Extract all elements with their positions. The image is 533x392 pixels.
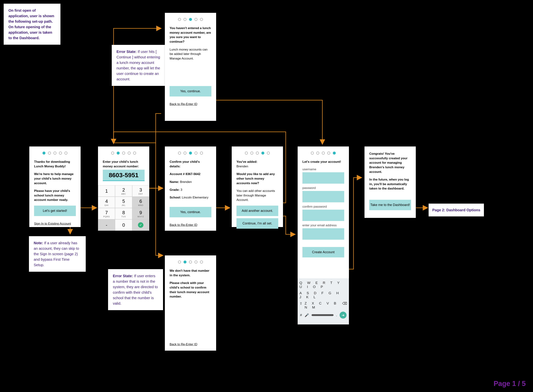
no-number-p1: You haven't entered a lunch money accoun…: [170, 26, 211, 44]
annotation-page2: Page 2: Dashboard Options: [429, 204, 484, 216]
no-number-p2: Lunch money accounts can be added later …: [170, 47, 211, 61]
key-0[interactable]: 0: [115, 219, 132, 231]
dot-3: [322, 152, 325, 154]
account-number-input[interactable]: 8603-5951: [103, 170, 145, 181]
progress-dots: [236, 152, 278, 154]
progress-dots: [103, 152, 145, 154]
dot-5: [200, 261, 203, 263]
key-2[interactable]: 2ABC: [115, 185, 132, 197]
check-icon: ✓: [138, 222, 143, 228]
dot-5: [267, 152, 270, 154]
kb-row-1[interactable]: Q W E R T Y U I O P: [299, 281, 347, 289]
key-6[interactable]: 6MNO: [132, 197, 149, 208]
progress-dots: [170, 261, 211, 263]
numeric-keypad[interactable]: 1 2ABC 3DEF 4GHI 5JKL 6MNO 7PQRS 8TUV 9W…: [98, 185, 149, 231]
period-key[interactable]: .: [336, 313, 337, 317]
create-title: Let's create your account!: [302, 160, 344, 164]
annotation-intro-text: On first open of application, user is sh…: [9, 8, 54, 40]
dot-4: [195, 261, 197, 263]
confirm-password-field[interactable]: [302, 210, 344, 221]
dot-5: [333, 152, 336, 154]
dot-3: [189, 261, 192, 263]
kb-row-4[interactable]: # 🎤 . ➜: [299, 312, 347, 319]
page-number: Page 1 / 5: [494, 380, 526, 387]
password-field[interactable]: [302, 191, 344, 202]
key-8[interactable]: 8TUV: [115, 208, 132, 219]
take-to-dashboard-button[interactable]: Take me to the Dashboard!: [369, 200, 411, 210]
no-number-back-link[interactable]: Back to Re-Enter ID: [170, 102, 197, 106]
backspace-icon[interactable]: ⌫: [342, 301, 347, 309]
mic-icon[interactable]: 🎤: [305, 313, 309, 317]
dot-5: [200, 18, 203, 21]
progress-dots: [34, 152, 76, 154]
not-found-p2: Please check with your child's school to…: [170, 281, 211, 299]
label-confirm-password: confirm password: [302, 205, 344, 209]
no-number-yes-button[interactable]: Yes, continue.: [170, 86, 211, 97]
kb-row-2[interactable]: A S D F G H J K L: [299, 291, 347, 299]
welcome-signin-link[interactable]: Sign In to Existing Account: [34, 222, 71, 226]
screen-create-account: Let's create your account! username pass…: [298, 146, 349, 278]
not-found-back-link[interactable]: Back to Re-Enter ID: [170, 343, 197, 346]
key-1[interactable]: 1: [98, 185, 115, 197]
screen-confirm: Confirm your child's details: Account # …: [165, 146, 216, 231]
progress-dots: [170, 152, 211, 154]
dot-4: [59, 152, 62, 154]
key-5[interactable]: 5JKL: [115, 197, 132, 208]
add-another-button[interactable]: Add another account.: [236, 206, 278, 216]
dot-3: [256, 152, 259, 154]
dot-1: [178, 261, 181, 263]
dot-1: [245, 152, 248, 154]
shift-icon[interactable]: ⇧: [299, 301, 302, 309]
congrats-p1: Congrats! You've successfully created yo…: [369, 152, 411, 174]
enter-number-p1: Enter your child's lunch money account n…: [103, 160, 145, 169]
annotation-error-invalid-title: Error State:: [113, 274, 133, 278]
dot-2: [183, 261, 187, 263]
welcome-start-button[interactable]: Let's get started!: [34, 206, 76, 216]
annotation-error-continue-body: If user hits [ Continue ] without enteri…: [117, 50, 160, 81]
confirm-grade: Grade: 3: [170, 188, 211, 192]
go-icon[interactable]: ➜: [340, 312, 346, 319]
welcome-p3: Please have your child's school lunch mo…: [34, 189, 76, 202]
key-hyphen[interactable]: -: [98, 219, 115, 231]
dot-1: [178, 152, 181, 154]
dot-4: [195, 18, 197, 21]
annotation-page2-label: Page 2: Dashboard Options: [432, 208, 480, 212]
not-found-p1: We don't have that number in the system.: [170, 269, 211, 278]
label-password: password: [302, 186, 344, 190]
welcome-p2: We're here to help manage your child's l…: [34, 172, 76, 186]
username-field[interactable]: [302, 172, 344, 184]
dot-4: [327, 152, 330, 154]
key-7[interactable]: 7PQRS: [98, 208, 115, 219]
confirm-back-link[interactable]: Back to Re-Enter ID: [170, 223, 197, 227]
annotation-error-continue: Error State: If user hits [ Continue ] w…: [112, 45, 165, 86]
dot-2: [183, 152, 187, 154]
key-3[interactable]: 3DEF: [132, 185, 149, 197]
dot-1: [111, 152, 114, 154]
key-4[interactable]: 4GHI: [98, 197, 115, 208]
added-p1: You've added:Brenden: [236, 160, 278, 169]
dot-4: [128, 152, 131, 154]
confirm-yes-button[interactable]: Yes, continue.: [170, 207, 211, 217]
confirm-title: Confirm your child's details:: [170, 160, 211, 169]
annotation-error-invalid: Error State: If user enters a number tha…: [108, 269, 163, 310]
annotation-note-title: Note:: [34, 241, 43, 245]
progress-dots: [170, 18, 211, 21]
confirm-account: Account # 8367-5642: [170, 172, 211, 177]
continue-all-set-button[interactable]: Continue, I'm all set.: [236, 218, 278, 229]
dot-2: [183, 18, 187, 21]
added-p2: Would you like to add any other lunch mo…: [236, 172, 278, 186]
qwerty-keyboard[interactable]: Q W E R T Y U I O P A S D F G H J K L ⇧ …: [298, 278, 349, 324]
create-account-button[interactable]: Create Account: [302, 247, 344, 257]
spacebar[interactable]: [312, 314, 333, 316]
congrats-p2: In the future, when you log in, you'll b…: [369, 177, 411, 191]
email-field[interactable]: [302, 228, 344, 240]
dot-3: [122, 152, 125, 154]
kb-row-3[interactable]: ⇧ Z X C V B N M ⌫: [299, 301, 347, 309]
screen-congrats: Congrats! You've successfully created yo…: [365, 146, 416, 218]
key-9[interactable]: 9WXYZ: [132, 208, 149, 219]
dot-3: [53, 152, 56, 154]
hash-key[interactable]: #: [300, 313, 302, 317]
dot-4: [261, 152, 264, 154]
key-confirm[interactable]: ✓: [132, 219, 149, 231]
screen-added: You've added:Brenden Would you like to a…: [232, 146, 283, 227]
